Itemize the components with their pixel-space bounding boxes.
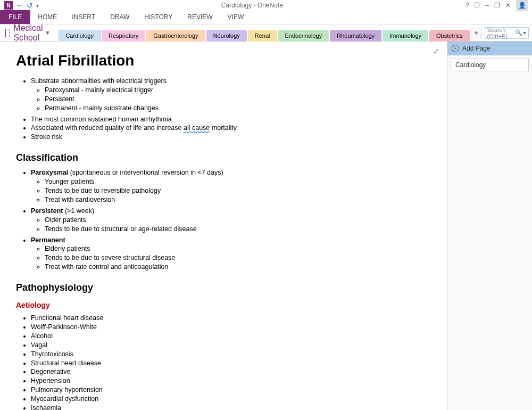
section-tabs: CardiologyRespiratoryGastroenterologyNeu… <box>59 24 470 41</box>
page-content[interactable]: Substrate abnormalities with electrical … <box>16 77 431 410</box>
section-tab-endocrinology[interactable]: Endocrinology <box>278 30 329 42</box>
notebook-name-label: Medical School <box>13 23 43 43</box>
search-placeholder: Search (Ctrl+E) <box>487 27 515 39</box>
close-button[interactable]: ✕ <box>505 2 511 9</box>
nav-back-icon[interactable]: ← <box>16 1 23 10</box>
notebook-dropdown[interactable]: Medical School ▼ <box>10 23 53 43</box>
section-tab-respiratory[interactable]: Respiratory <box>102 30 145 42</box>
ribbon-tabs: FILE HOMEINSERTDRAWHISTORYREVIEWVIEW <box>0 11 532 24</box>
section-tab-immunology[interactable]: Immunology <box>383 30 428 42</box>
ribbon-tab-insert[interactable]: INSERT <box>64 10 103 24</box>
undo-icon[interactable]: ↺ <box>27 1 33 10</box>
file-tab[interactable]: FILE <box>0 10 30 24</box>
section-tab-neurology[interactable]: Neurology <box>206 30 247 42</box>
add-page-button[interactable]: + Add Page <box>447 42 532 55</box>
expand-icon[interactable]: ⤢ <box>433 47 439 55</box>
section-tab-cardiology[interactable]: Cardiology <box>59 30 101 42</box>
section-tab-gastroenterology[interactable]: Gastroenterology <box>146 30 205 42</box>
ribbon-tab-review[interactable]: REVIEW <box>180 10 220 24</box>
notebook-bar: Medical School ▼ CardiologyRespiratoryGa… <box>0 24 532 42</box>
add-section-button[interactable]: + <box>471 28 481 38</box>
section-tab-rheumatology[interactable]: Rheumatology <box>330 30 381 42</box>
page-panel: + Add Page Cardiology <box>447 42 532 410</box>
chevron-down-icon: ▼ <box>45 30 50 36</box>
page-canvas[interactable]: ⤢ Atrial Fibrillation Substrate abnormal… <box>0 42 447 410</box>
title-bar: N ← ↺ ▾ Cardiology - OneNote ? ❐ – ❐ ✕ 👤 <box>0 0 532 11</box>
notebook-icon <box>5 29 10 37</box>
ribbon-tab-view[interactable]: VIEW <box>220 10 252 24</box>
section-tab-obstetrics[interactable]: Obstetrics <box>429 30 470 42</box>
search-input[interactable]: Search (Ctrl+E) 🔍 ▾ <box>485 27 529 39</box>
window-title: Cardiology - OneNote <box>39 2 466 9</box>
help-icon[interactable]: ? <box>466 2 469 9</box>
page-list-item[interactable]: Cardiology <box>451 59 529 71</box>
add-page-label: Add Page <box>462 45 491 52</box>
ribbon-display-icon[interactable]: ❐ <box>474 2 480 9</box>
ribbon-tab-draw[interactable]: DRAW <box>103 10 137 24</box>
onenote-app-icon: N <box>4 1 13 10</box>
maximize-button[interactable]: ❐ <box>494 2 500 9</box>
minimize-button[interactable]: – <box>485 2 489 9</box>
page-title[interactable]: Atrial Fibrillation <box>16 52 431 69</box>
plus-icon: + <box>452 45 459 52</box>
user-avatar[interactable]: 👤 <box>516 0 528 11</box>
search-chevron-icon: ▾ <box>523 30 526 36</box>
ribbon-tab-home[interactable]: HOME <box>30 10 64 24</box>
ribbon-tab-history[interactable]: HISTORY <box>137 10 180 24</box>
section-tab-renal[interactable]: Renal <box>248 30 277 42</box>
search-icon: 🔍 <box>515 29 522 36</box>
